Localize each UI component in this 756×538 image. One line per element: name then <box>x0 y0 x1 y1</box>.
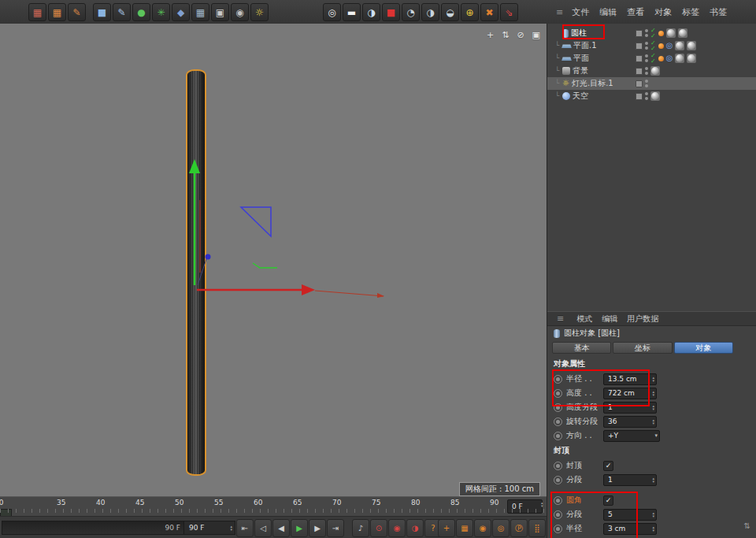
camera-icon[interactable]: ▣ <box>211 3 229 21</box>
texture-sphere-tag[interactable] <box>675 54 684 63</box>
spinner-icon[interactable] <box>652 390 654 396</box>
material-tag[interactable] <box>658 43 664 49</box>
panel-resize-icon[interactable]: ⇅ <box>744 521 750 530</box>
fillet-radius-input[interactable]: 3 cm <box>603 523 657 535</box>
texture-sphere-tag[interactable] <box>687 54 696 63</box>
caps-segments-input[interactable]: 1 <box>603 474 657 486</box>
key-circle-icon[interactable] <box>554 510 562 519</box>
workplane-button[interactable]: ▦ <box>456 519 473 537</box>
next-frame-button[interactable]: ▶ <box>309 519 326 537</box>
key-circle-icon[interactable] <box>554 375 562 384</box>
spinner-icon[interactable] <box>652 404 654 410</box>
motion-camera-icon[interactable]: ◉ <box>231 3 249 21</box>
coord-ring-button[interactable]: ◎ <box>492 519 510 537</box>
autokey-button[interactable]: ◉ <box>388 519 406 537</box>
previous-frame-button[interactable]: ◀ <box>272 519 290 537</box>
spinner-icon[interactable] <box>652 418 654 425</box>
toggle-view-icon[interactable]: ▣ <box>532 30 540 40</box>
texture-sphere-tag[interactable] <box>675 41 684 50</box>
layer-icon[interactable] <box>636 93 643 100</box>
timeline-ruler[interactable]: 30 354045505560657075808590 0 F <box>0 496 547 517</box>
key-circle-icon[interactable] <box>554 476 562 484</box>
object-label[interactable]: 平面 <box>573 53 589 64</box>
spinner-icon[interactable] <box>652 477 654 483</box>
tab-object[interactable]: 对象 <box>674 342 733 354</box>
visibility-dots-icon[interactable] <box>645 80 648 87</box>
play-reverse-button[interactable]: ◁ <box>254 519 272 537</box>
menu-view[interactable]: 查看 <box>622 5 649 20</box>
enable-checks-icon[interactable] <box>650 40 656 51</box>
keyframe-selection-button[interactable]: ◑ <box>406 519 424 537</box>
spinner-icon[interactable] <box>652 511 654 518</box>
key-circle-icon[interactable] <box>554 417 562 426</box>
texture-sphere-tag[interactable] <box>650 66 660 76</box>
spinner-icon[interactable] <box>652 525 654 532</box>
enable-checks-icon[interactable] <box>650 28 656 39</box>
object-row[interactable]: 天空 <box>547 90 756 102</box>
shading-sphere-1-icon[interactable]: ◔ <box>402 3 420 21</box>
array-icon[interactable]: ✳ <box>152 3 170 21</box>
pen-tool-icon[interactable]: ✎ <box>113 3 131 21</box>
object-label[interactable]: 圆柱 <box>571 28 587 39</box>
fillet-checkbox[interactable] <box>603 495 613 506</box>
jump-end-button[interactable]: ⇥ <box>327 519 344 537</box>
material-tag[interactable] <box>658 56 664 61</box>
menu-user-data[interactable]: 用户数据 <box>627 314 658 325</box>
target-tag[interactable] <box>666 42 673 50</box>
coordinate-arrows-icon[interactable]: ⇘ <box>500 3 518 21</box>
material-tag[interactable] <box>658 31 664 36</box>
object-row[interactable]: 背景 <box>547 65 756 77</box>
object-row[interactable]: 平面.1 <box>547 39 756 52</box>
contrast-icon[interactable]: ◑ <box>362 3 380 21</box>
height-segments-input[interactable]: 1 <box>603 402 657 414</box>
rotate-view-icon[interactable]: ⊘ <box>517 30 524 40</box>
key-circle-icon[interactable] <box>554 496 562 505</box>
frame-spinner-icon[interactable] <box>541 501 543 507</box>
menu-edit[interactable]: 编辑 <box>595 5 621 20</box>
menu-edit[interactable]: 编辑 <box>602 314 617 325</box>
caps-checkbox[interactable] <box>603 461 613 471</box>
panel-menu-icon[interactable]: ≡ <box>552 314 567 324</box>
snap-move-button[interactable]: + <box>438 519 455 537</box>
panel-menu-icon[interactable]: ≡ <box>551 7 566 17</box>
rotation-segments-input[interactable]: 36 <box>603 416 657 428</box>
target-tag[interactable] <box>666 54 673 62</box>
menu-mode[interactable]: 模式 <box>576 314 592 325</box>
orientation-dropdown[interactable]: +Y <box>603 430 660 442</box>
range-slider[interactable]: 90 F <box>2 521 187 535</box>
menu-bookmarks[interactable]: 书签 <box>705 5 732 20</box>
render-picture-viewer-icon[interactable]: ▦ <box>48 3 66 21</box>
object-label[interactable]: 天空 <box>573 91 588 102</box>
visibility-dots-icon[interactable] <box>645 42 648 50</box>
y-plane-handle[interactable] <box>253 263 277 268</box>
visibility-dots-icon[interactable] <box>645 29 648 37</box>
record-keyframe-button[interactable]: ⊙ <box>370 519 387 537</box>
layer-icon[interactable] <box>636 30 643 37</box>
render-camera-icon[interactable]: ■ <box>382 3 400 21</box>
shading-sphere-3-icon[interactable]: ◒ <box>441 3 459 21</box>
paint-tool-icon[interactable]: ● <box>132 3 150 21</box>
key-circle-icon[interactable] <box>554 432 562 440</box>
layer-icon[interactable] <box>636 43 643 50</box>
add-cube-icon[interactable]: ■ <box>93 3 111 21</box>
texture-sphere-tag[interactable] <box>650 91 660 101</box>
object-row[interactable]: 平面 <box>547 52 756 65</box>
visibility-dots-icon[interactable] <box>645 67 648 75</box>
parameter-button[interactable]: Ⓟ <box>510 519 528 537</box>
texture-sphere-tag[interactable] <box>687 41 696 50</box>
spinner-icon[interactable] <box>652 376 654 382</box>
sound-toggle-button[interactable]: ♪ <box>352 519 369 537</box>
film-frame-icon[interactable]: ▬ <box>343 3 361 21</box>
object-label[interactable]: 平面.1 <box>573 40 597 51</box>
coord-circle-button[interactable]: ◉ <box>474 519 491 537</box>
shading-sphere-2-icon[interactable]: ◑ <box>421 3 439 21</box>
current-frame-input[interactable]: 0 F <box>507 499 543 514</box>
render-settings-icon[interactable]: ✎ <box>68 3 86 21</box>
object-row[interactable]: 圆柱 <box>547 27 756 39</box>
pan-view-icon[interactable]: + <box>487 30 494 40</box>
texture-sphere-tag[interactable] <box>666 28 676 38</box>
key-circle-icon[interactable] <box>554 525 562 533</box>
height-input[interactable]: 722 cm <box>603 388 657 399</box>
menu-file[interactable]: 文件 <box>567 5 594 20</box>
visibility-dots-icon[interactable] <box>645 92 648 100</box>
